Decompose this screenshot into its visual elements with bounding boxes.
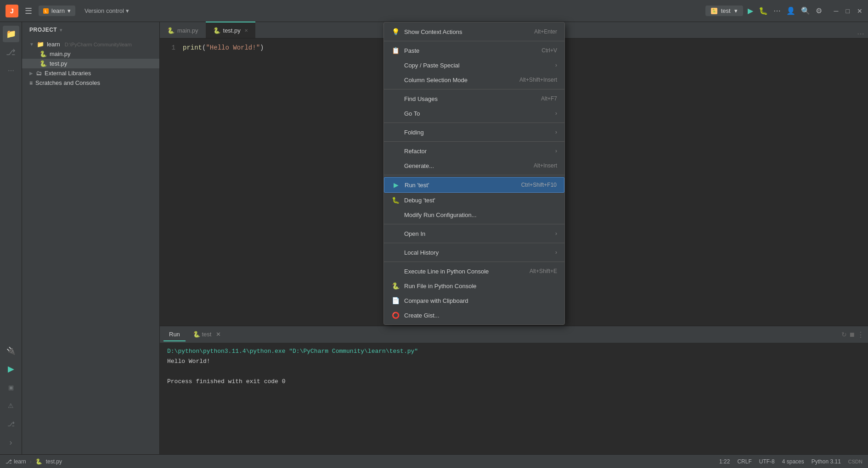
tree-item-external-libs[interactable]: ▶ 🗂 External Libraries	[22, 68, 159, 78]
bottom-panel: Run 🐍 test ✕ ↻ ⏹ ⋮ D:\python\python3.11.…	[160, 326, 868, 454]
run-config-icon: 🐍	[711, 8, 717, 14]
menu-label-local-history: Local History	[404, 249, 547, 256]
folding-arrow: ›	[555, 129, 557, 135]
terminal-line-1: D:\python\python3.11.4\python.exe "D:\Py…	[167, 346, 861, 357]
separator-7	[384, 243, 564, 243]
open-in-icon	[391, 229, 400, 238]
titlebar-actions: ▶ 🐛 ⋯ 👤 🔍 ⚙	[748, 6, 822, 15]
menu-item-find-usages[interactable]: Find Usages Alt+F7	[384, 91, 564, 106]
menu-item-run-file-console[interactable]: 🐍 Run File in Python Console	[384, 279, 564, 293]
test-tab-icon: 🐍	[193, 331, 200, 338]
menu-item-open-in[interactable]: Open In ›	[384, 226, 564, 241]
menu-item-execute-line[interactable]: Execute Line in Python Console Alt+Shift…	[384, 264, 564, 279]
activity-icon-chevron[interactable]: ›	[3, 434, 19, 451]
maximize-button[interactable]: □	[846, 7, 850, 15]
titlebar: J ☰ L learn ▾ Version control ▾ 🐍 test ▾…	[0, 0, 868, 22]
tree-item-test-py[interactable]: 🐍 test.py	[22, 59, 159, 68]
menu-shortcut-generate: Alt+Insert	[534, 162, 557, 169]
menu-item-folding[interactable]: Folding ›	[384, 125, 564, 139]
bulb-icon: 💡	[391, 28, 400, 36]
test-tab-close[interactable]: ✕	[216, 331, 221, 338]
bottom-tab-test[interactable]: 🐍 test ✕	[187, 328, 226, 341]
menu-item-paste[interactable]: 📋 Paste Ctrl+V	[384, 43, 564, 58]
activity-icon-problems[interactable]: ⚠	[3, 397, 19, 414]
settings-button[interactable]: ⚙	[816, 6, 822, 15]
version-control-label: Version control	[85, 7, 124, 14]
menu-item-show-context-actions[interactable]: 💡 Show Context Actions Alt+Enter	[384, 24, 564, 39]
tree-item-scratches[interactable]: ≡ Scratches and Consoles	[22, 78, 159, 88]
menu-item-modify-run-config[interactable]: Modify Run Configuration...	[384, 207, 564, 222]
encoding[interactable]: UTF-8	[759, 458, 775, 465]
menu-item-compare-clipboard[interactable]: 📄 Compare with Clipboard	[384, 293, 564, 308]
activity-icon-git[interactable]: ⎇	[3, 44, 19, 61]
tab-close-test-py[interactable]: ✕	[244, 28, 248, 33]
activity-icon-run-debug[interactable]: ▶	[3, 361, 19, 377]
menu-item-go-to[interactable]: Go To ›	[384, 106, 564, 121]
version-control-selector[interactable]: Version control ▾	[80, 6, 134, 16]
tab-main-py[interactable]: 🐍 main.py	[160, 22, 206, 38]
activity-icon-extensions[interactable]: 🔌	[3, 342, 19, 359]
debug-button[interactable]: 🐛	[759, 6, 768, 15]
activity-icon-folder[interactable]: 📁	[3, 26, 19, 42]
menu-label-compare-clipboard: Compare with Clipboard	[404, 297, 557, 304]
debug-icon: 🐛	[391, 196, 400, 204]
sidebar-dropdown-arrow[interactable]: ▾	[60, 28, 62, 33]
menu-item-debug-test[interactable]: 🐛 Debug 'test'	[384, 193, 564, 207]
tree-item-main-py[interactable]: 🐍 main.py	[22, 49, 159, 59]
tab-test-py[interactable]: 🐍 test.py ✕	[206, 22, 255, 38]
menu-item-run-test[interactable]: ▶ Run 'test' Ctrl+Shift+F10	[384, 177, 564, 193]
run-configuration[interactable]: 🐍 test ▾	[705, 6, 743, 16]
bottom-more-button[interactable]: ⋮	[857, 330, 864, 339]
hamburger-button[interactable]: ☰	[23, 4, 34, 18]
tab-more-button[interactable]: ⋯	[857, 29, 864, 38]
indent-setting[interactable]: 4 spaces	[782, 458, 804, 465]
line-ending[interactable]: CRLF	[737, 458, 751, 465]
menu-shortcut-column-selection: Alt+Shift+Insert	[519, 77, 557, 83]
menu-item-generate[interactable]: Generate... Alt+Insert	[384, 158, 564, 173]
run-icon: ▶	[392, 181, 400, 189]
python-version[interactable]: Python 3.11	[812, 458, 841, 465]
stop-button[interactable]: ⏹	[849, 331, 855, 338]
menu-label-debug-test: Debug 'test'	[404, 197, 557, 204]
folding-icon	[391, 128, 400, 136]
profile-button[interactable]: 👤	[786, 6, 795, 15]
terminal-line-4: Process finished with exit code 0	[167, 377, 861, 387]
current-file-name: test.py	[46, 458, 62, 465]
compare-clipboard-icon: 📄	[391, 296, 400, 305]
cursor-position[interactable]: 1:22	[719, 458, 730, 465]
file-icon-test-py: 🐍	[39, 60, 47, 67]
menu-item-local-history[interactable]: Local History ›	[384, 245, 564, 260]
menu-shortcut-run-test: Ctrl+Shift+F10	[521, 182, 557, 188]
separator-4	[384, 141, 564, 142]
line-number-1: 1	[160, 42, 183, 53]
menu-item-column-selection[interactable]: Column Selection Mode Alt+Shift+Insert	[384, 72, 564, 87]
menu-item-copy-paste-special[interactable]: Copy / Paste Special ›	[384, 58, 564, 72]
app-logo: J	[6, 5, 18, 17]
activity-icon-git-bottom[interactable]: ⎇	[3, 416, 19, 432]
copy-paste-arrow: ›	[555, 62, 557, 68]
activity-icon-more[interactable]: ⋯	[3, 62, 19, 79]
minimize-button[interactable]: ─	[834, 7, 839, 15]
menu-item-create-gist[interactable]: ⭕ Create Gist...	[384, 308, 564, 323]
separator-divider: ›	[30, 458, 32, 465]
file-icon-main-py: 🐍	[39, 50, 47, 57]
status-branch[interactable]: ⎇ learn	[6, 458, 26, 465]
refresh-button[interactable]: ↻	[841, 331, 847, 338]
local-history-arrow: ›	[555, 249, 557, 256]
run-button[interactable]: ▶	[748, 6, 753, 15]
run-file-icon: 🐍	[391, 282, 400, 290]
search-button[interactable]: 🔍	[801, 6, 810, 15]
separator-1	[384, 41, 564, 41]
more-actions-button[interactable]: ⋯	[773, 6, 781, 15]
close-button[interactable]: ✕	[857, 7, 862, 15]
bottom-tab-run[interactable]: Run	[163, 328, 186, 341]
activity-icon-terminal[interactable]: ▣	[3, 379, 19, 396]
generate-icon	[391, 162, 400, 170]
tree-item-learn-folder[interactable]: ▼ 📁 learn D:\PyCharm Community\learn	[22, 39, 159, 49]
file-label-test-py: test.py	[50, 60, 67, 67]
menu-item-refactor[interactable]: Refactor ›	[384, 144, 564, 158]
terminal-line-2: Hello World!	[167, 357, 861, 367]
column-selection-icon	[391, 76, 400, 84]
branch-icon: ⎇	[6, 458, 12, 465]
project-selector[interactable]: L learn ▾	[39, 6, 75, 16]
